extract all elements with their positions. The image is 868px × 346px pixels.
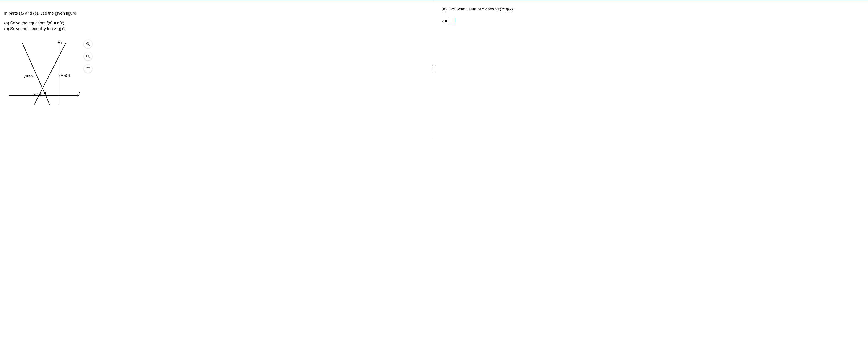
intro-text: In parts (a) and (b), use the given figu… [4, 11, 426, 16]
answer-prefix: x = [442, 19, 447, 24]
question-panel: In parts (a) and (b), use the given figu… [0, 0, 434, 137]
zoom-out-button[interactable] [84, 52, 92, 60]
svg-marker-3 [58, 41, 60, 43]
zoom-in-icon [86, 42, 90, 46]
intersection-point-label: (− 4,1) [32, 92, 42, 96]
zoom-out-icon [86, 54, 90, 58]
part-b-text: (b) Solve the inequality f(x) > g(x). [4, 26, 426, 32]
y-axis-label: y [61, 40, 62, 44]
question-text: For what value of x does f(x) = g(x)? [450, 7, 516, 12]
open-external-icon [86, 67, 90, 71]
answer-input[interactable] [448, 18, 456, 24]
figure-toolbar [84, 38, 92, 73]
svg-line-14 [88, 67, 89, 69]
svg-line-12 [89, 57, 90, 58]
svg-line-8 [89, 45, 90, 46]
g-line-label: y = g(x) [58, 73, 70, 77]
svg-marker-1 [77, 94, 80, 97]
svg-point-6 [44, 92, 46, 94]
zoom-in-button[interactable] [84, 40, 92, 48]
figure-graph: y x y = f(x) y = g(x) (− 4,1) [4, 38, 82, 109]
divider-handle[interactable] [432, 65, 436, 73]
x-axis-label: x [79, 91, 80, 94]
answer-panel: (a) For what value of x does f(x) = g(x)… [434, 0, 868, 137]
part-a-text: (a) Solve the equation: f(x) = g(x). [4, 20, 426, 26]
f-line-label: y = f(x) [24, 74, 34, 78]
open-external-button[interactable] [84, 65, 92, 73]
part-label: (a) [442, 7, 447, 12]
panel-divider [434, 0, 434, 137]
